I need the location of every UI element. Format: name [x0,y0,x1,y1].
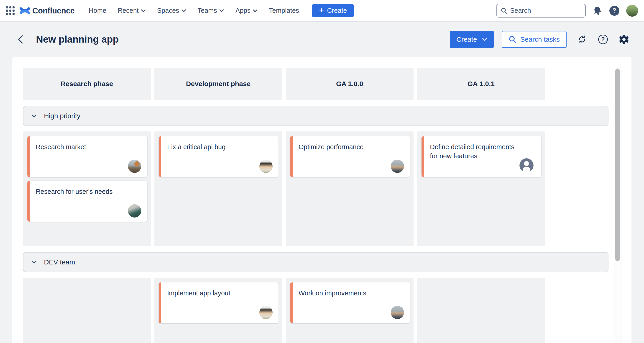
swimlane-high-priority-lanes: Research market Research for user's need… [23,132,545,246]
nav-item-templates[interactable]: Templates [269,7,299,14]
chevron-down-icon [32,260,37,264]
topnav-right-group: ? [496,4,638,18]
search-icon [500,7,507,14]
task-card[interactable]: Define detailed requirements for new fea… [421,136,542,177]
task-card[interactable]: Optimize performance [290,136,410,177]
assignee-avatar [391,306,404,319]
card-title: Research for user's needs [27,181,134,196]
top-navigation-bar: Confluence Home Recent Spaces Teams Apps… [0,0,644,22]
person-icon [520,158,534,172]
assignee-avatar [391,160,404,173]
lane-development-phase: Implement app layout [154,278,282,343]
card-title: Optimize performance [290,136,397,152]
gear-icon [618,34,630,45]
help-icon[interactable]: ? [610,6,620,16]
card-title: Implement app layout [159,282,266,298]
priority-stripe [290,282,292,323]
search-icon [508,35,517,44]
task-card[interactable]: Research for user's needs [27,180,147,222]
task-card[interactable]: Implement app layout [158,282,279,324]
notifications-bell-icon[interactable] [592,4,604,17]
card-title: Research market [27,136,134,152]
priority-stripe [422,136,424,177]
board-scrollbar-track [614,67,622,343]
column-header-development-phase[interactable]: Development phase [154,68,282,100]
swimlane-header-dev-team[interactable]: DEV team [23,252,608,272]
column-header-ga-1-0-1[interactable]: GA 1.0.1 [417,68,545,100]
nav-item-recent[interactable]: Recent [118,7,146,14]
primary-nav-menu: Home Recent Spaces Teams Apps Templates [89,7,299,14]
nav-item-teams[interactable]: Teams [198,7,224,14]
swimlane-label: High priority [44,112,80,120]
chevron-down-icon [482,38,487,41]
user-avatar[interactable] [626,5,638,17]
confluence-logo[interactable]: Confluence [20,6,75,16]
plus-icon: + [319,6,324,14]
card-title: Define detailed requirements for new fea… [422,136,528,160]
global-create-button[interactable]: + Create [312,4,354,17]
chevron-down-icon [219,9,224,12]
search-tasks-button[interactable]: Search tasks [502,31,566,48]
nav-item-home[interactable]: Home [89,7,106,14]
lane-ga-1-0-1: Define detailed requirements for new fea… [417,132,545,246]
board-help-button[interactable]: ? [598,34,608,45]
priority-stripe [27,181,30,222]
assignee-avatar [128,160,141,173]
back-button[interactable] [17,34,27,45]
swimlane-header-high-priority[interactable]: High priority [23,106,608,126]
column-header-research-phase[interactable]: Research phase [23,68,151,100]
lane-ga-1-0-1 [417,278,545,343]
task-card[interactable]: Work on improvements [290,282,410,324]
page-header: New planning app Create Search tasks ? [0,22,644,57]
nav-item-spaces[interactable]: Spaces [157,7,186,14]
chevron-down-icon [181,9,186,12]
swimlane-dev-team-lanes: Implement app layout Work on improvement… [23,278,545,343]
board-scrollbar-thumb[interactable] [615,68,620,261]
board-settings-button[interactable] [618,34,630,45]
nav-item-apps[interactable]: Apps [236,7,258,14]
sync-arrows-icon [577,34,587,45]
column-header-ga-1-0-0[interactable]: GA 1.0.0 [286,68,414,100]
app-name: Confluence [32,6,75,15]
swimlane-label: DEV team [44,258,75,266]
task-card[interactable]: Fix a critical api bug [158,136,279,177]
assignee-avatar [260,306,272,319]
chevron-down-icon [141,9,146,12]
card-title: Fix a critical api bug [159,136,266,152]
priority-stripe [27,136,30,177]
chevron-down-icon [252,9,258,12]
assignee-avatar [128,204,141,218]
lane-research-phase: Research market Research for user's need… [23,132,151,246]
question-mark-icon: ? [598,34,608,44]
lane-ga-1-0-0: Optimize performance [286,132,414,246]
chevron-left-icon [17,34,24,44]
global-search-box[interactable] [496,4,586,18]
app-switcher-grid-icon[interactable] [5,6,16,16]
header-actions: Create Search tasks ? [450,31,630,48]
lane-development-phase: Fix a critical api bug [154,132,282,246]
priority-stripe [159,282,161,323]
lane-research-phase [23,278,151,343]
chevron-down-icon [32,114,37,118]
board-create-button[interactable]: Create [450,31,494,48]
task-card[interactable]: Research market [27,136,147,177]
column-headers-row: Research phase Development phase GA 1.0.… [23,68,545,100]
confluence-mark-icon [20,6,30,16]
page-title: New planning app [36,34,119,45]
priority-stripe [290,136,292,177]
lane-ga-1-0-0: Work on improvements [286,278,414,343]
global-search-input[interactable] [510,7,582,14]
board-panel: Research phase Development phase GA 1.0.… [12,57,632,343]
refresh-button[interactable] [576,34,588,45]
priority-stripe [159,136,161,177]
assignee-avatar [260,160,272,173]
card-title: Work on improvements [290,282,397,298]
